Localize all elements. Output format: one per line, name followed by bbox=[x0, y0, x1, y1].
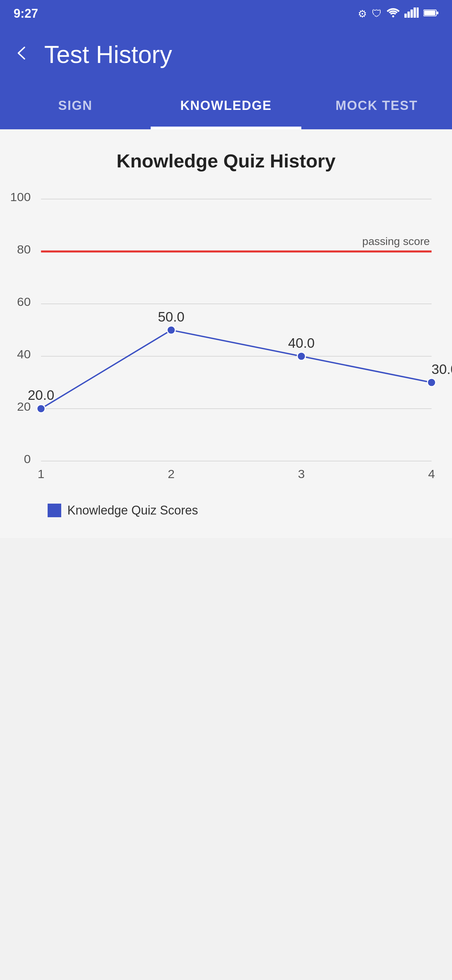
wifi-icon bbox=[387, 8, 400, 20]
status-icons: ⚙ 🛡 bbox=[358, 8, 438, 20]
svg-text:40: 40 bbox=[17, 347, 31, 361]
svg-text:100: 100 bbox=[10, 190, 31, 204]
svg-text:40.0: 40.0 bbox=[288, 336, 315, 351]
chart-legend: Knowledge Quiz Scores bbox=[14, 503, 438, 517]
svg-text:20.0: 20.0 bbox=[27, 388, 54, 403]
signal-icon bbox=[404, 8, 419, 20]
tab-sign[interactable]: SIGN bbox=[0, 82, 151, 129]
svg-text:3: 3 bbox=[298, 467, 305, 481]
line-chart: 100 passing score 80 60 40 20 0 20.0 bbox=[14, 189, 438, 495]
status-bar: 9:27 ⚙ 🛡 bbox=[0, 0, 452, 27]
svg-rect-1 bbox=[404, 14, 407, 18]
svg-rect-5 bbox=[417, 8, 419, 18]
page-title: Test History bbox=[44, 40, 172, 68]
svg-text:passing score: passing score bbox=[362, 235, 430, 247]
app-bar: Test History bbox=[0, 27, 452, 82]
svg-text:1: 1 bbox=[37, 467, 44, 481]
main-content: Knowledge Quiz History 100 passing score… bbox=[0, 129, 452, 538]
tab-knowledge[interactable]: KNOWLEDGE bbox=[151, 82, 301, 129]
settings-icon: ⚙ bbox=[358, 8, 367, 20]
shield-icon: 🛡 bbox=[372, 8, 382, 19]
svg-rect-2 bbox=[408, 11, 410, 18]
svg-rect-3 bbox=[411, 10, 413, 18]
svg-text:50.0: 50.0 bbox=[158, 309, 184, 325]
svg-rect-4 bbox=[414, 8, 416, 18]
chart-wrapper: 100 passing score 80 60 40 20 0 20.0 bbox=[14, 189, 438, 517]
back-button[interactable] bbox=[14, 45, 31, 64]
status-time: 9:27 bbox=[14, 6, 38, 21]
chart-title: Knowledge Quiz History bbox=[14, 150, 438, 172]
svg-rect-8 bbox=[424, 11, 435, 15]
svg-point-25 bbox=[297, 352, 305, 360]
svg-text:30.0: 30.0 bbox=[431, 362, 452, 377]
svg-point-0 bbox=[392, 15, 394, 18]
battery-icon bbox=[423, 8, 438, 19]
svg-text:60: 60 bbox=[17, 295, 31, 309]
tabs-bar: SIGN KNOWLEDGE MOCK TEST bbox=[0, 82, 452, 129]
svg-text:0: 0 bbox=[24, 452, 31, 466]
legend-label: Knowledge Quiz Scores bbox=[67, 503, 198, 517]
svg-point-26 bbox=[428, 379, 436, 387]
svg-text:80: 80 bbox=[17, 242, 31, 256]
svg-text:2: 2 bbox=[168, 467, 174, 481]
legend-color-box bbox=[48, 504, 61, 517]
svg-point-24 bbox=[167, 326, 175, 334]
tab-mock-test[interactable]: MOCK TEST bbox=[301, 82, 452, 129]
svg-text:4: 4 bbox=[428, 467, 435, 481]
svg-point-23 bbox=[37, 404, 45, 413]
svg-rect-7 bbox=[436, 11, 438, 14]
